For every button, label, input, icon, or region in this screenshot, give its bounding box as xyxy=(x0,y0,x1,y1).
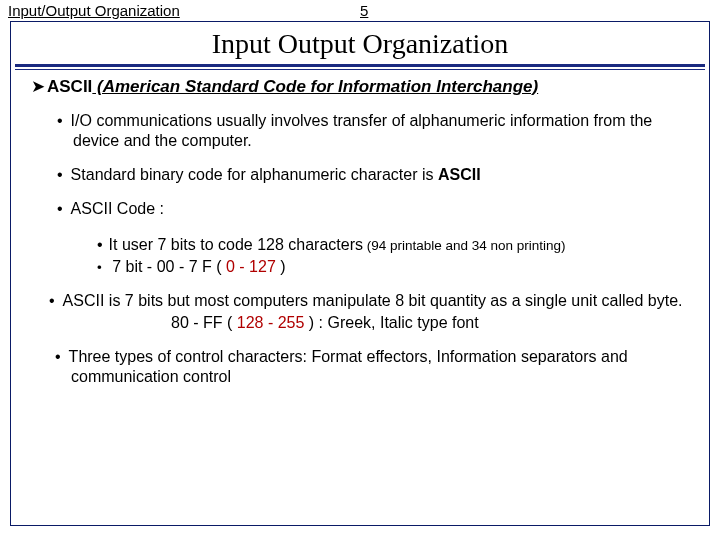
bullet-byte: •ASCII is 7 bits but most computers mani… xyxy=(31,291,689,333)
sub-range: • 7 bit - 00 - 7 F ( 0 - 127 ) xyxy=(31,257,689,277)
bullet-icon: • xyxy=(97,260,102,275)
bullet-icon: • xyxy=(57,112,63,129)
bullet-icon: • xyxy=(57,166,63,183)
slide-header: Input/Output Organization 5 xyxy=(0,0,720,19)
slide-title: Input Output Organization xyxy=(11,22,709,64)
bullet-byte-range: 80 - FF ( 128 - 255 ) : Greek, Italic ty… xyxy=(31,313,689,333)
bullet-icon: • xyxy=(97,236,103,253)
heading-expansion: (American Standard Code for Information … xyxy=(92,77,538,96)
section-heading: ➤ASCII (American Standard Code for Infor… xyxy=(31,74,689,111)
chevron-icon: ➤ xyxy=(31,77,45,96)
heading-ascii: ASCII xyxy=(47,77,92,96)
header-left: Input/Output Organization xyxy=(8,2,360,19)
bullet-io-comm: •I/O communications usually involves tra… xyxy=(31,111,689,151)
bullet-control-chars: •Three types of control characters: Form… xyxy=(31,347,689,387)
bullet-icon: • xyxy=(49,292,55,309)
bullet-icon: • xyxy=(55,348,61,365)
bullet-icon: • xyxy=(57,200,63,217)
sub-7bits: •It user 7 bits to code 128 characters (… xyxy=(31,235,689,255)
bullet-ascii-code: •ASCII Code : •It user 7 bits to code 12… xyxy=(31,199,689,277)
bullet-standard-code: •Standard binary code for alphanumeric c… xyxy=(31,165,689,185)
slide-content: ➤ASCII (American Standard Code for Infor… xyxy=(11,70,709,387)
slide-frame: Input Output Organization ➤ASCII (Americ… xyxy=(10,21,710,526)
header-page-number: 5 xyxy=(360,2,712,19)
